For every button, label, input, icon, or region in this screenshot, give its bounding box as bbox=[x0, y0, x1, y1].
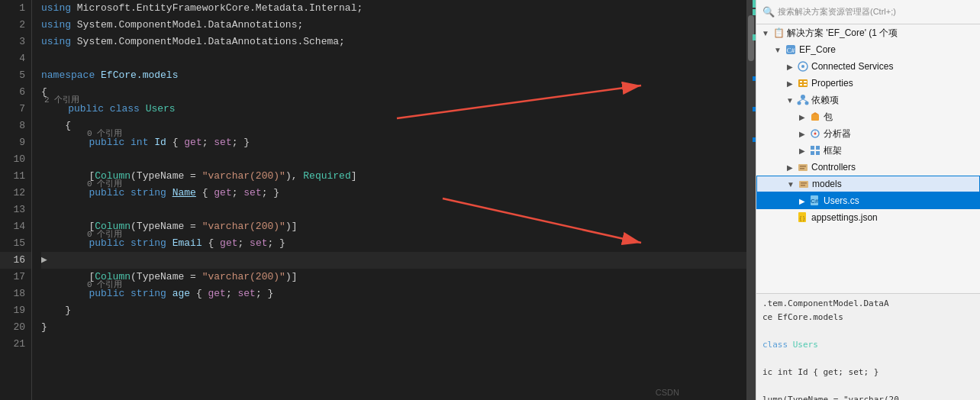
svg-point-13 bbox=[801, 95, 805, 99]
framework-icon bbox=[808, 144, 822, 156]
properties-label: Properties bbox=[810, 78, 853, 89]
tree-item-dependencies[interactable]: ▼ 依赖项 bbox=[756, 92, 980, 108]
svg-rect-30 bbox=[799, 181, 808, 188]
line-num-5: 5 bbox=[0, 67, 31, 84]
code-line-20: } bbox=[41, 319, 746, 336]
svg-point-14 bbox=[798, 102, 801, 105]
code-line-5: namespace EfCore.models bbox=[41, 67, 746, 84]
line-num-6: 6 bbox=[0, 84, 31, 101]
code-area: 1 2 3 4 5 6 7 8 9 10 11 12 13 14 15 16 1… bbox=[0, 0, 756, 400]
appsettings-label: appsettings.json bbox=[810, 212, 878, 223]
properties-icon bbox=[796, 77, 810, 89]
line-num-1: 1 bbox=[0, 0, 31, 17]
code-line-21 bbox=[41, 336, 746, 353]
svg-point-15 bbox=[805, 102, 809, 105]
project-icon: C# bbox=[784, 44, 798, 56]
code-line-6: { bbox=[41, 84, 746, 101]
tree-item-packages[interactable]: ▶ 包 bbox=[756, 108, 980, 125]
line-num-15: 15 bbox=[0, 235, 31, 252]
svg-text:C#: C# bbox=[787, 47, 795, 54]
tree-item-appsettings[interactable]: ▶ { } appsettings.json bbox=[756, 209, 980, 226]
line-num-12: 12 bbox=[0, 185, 31, 202]
tree-item-properties[interactable]: ▶ Properties bbox=[756, 75, 980, 92]
preview-line-2: ce EfCore.models bbox=[762, 311, 974, 324]
controllers-label: Controllers bbox=[810, 162, 856, 173]
models-icon bbox=[797, 178, 811, 190]
packages-expand-icon: ▶ bbox=[796, 111, 808, 123]
search-icon: 🔍 bbox=[762, 6, 775, 18]
line-num-20: 20 bbox=[0, 319, 31, 336]
project-efcore[interactable]: ▼ C# EF_Core bbox=[756, 41, 980, 58]
code-line-14: [Column(TypeName = "varchar(200)")] bbox=[41, 218, 746, 235]
svg-rect-10 bbox=[800, 84, 802, 85]
properties-expand-icon: ▶ bbox=[784, 77, 796, 89]
code-line-15: 0 个引用 public string Email { get; set; } bbox=[41, 235, 746, 252]
line-num-4: 4 bbox=[0, 50, 31, 67]
models-expand-icon: ▼ bbox=[785, 178, 797, 190]
svg-line-16 bbox=[799, 99, 803, 102]
connected-services-icon bbox=[796, 60, 810, 73]
preview-line-5 bbox=[762, 352, 974, 366]
line-num-10: 10 bbox=[0, 151, 31, 168]
solution-root[interactable]: ▼ 📋 解决方案 'EF_Core' (1 个项 bbox=[756, 24, 980, 41]
solution-tree: ▼ 📋 解决方案 'EF_Core' (1 个项 ▼ C# EF_Core ▶ … bbox=[756, 24, 980, 293]
svg-rect-23 bbox=[811, 146, 814, 150]
tree-item-models[interactable]: ▼ models bbox=[756, 176, 980, 192]
code-line-12: 0 个引用 public string Name { get; set; } bbox=[41, 185, 746, 202]
svg-rect-28 bbox=[800, 166, 806, 167]
line-num-17: 17 bbox=[0, 269, 31, 285]
connected-services-expand-icon: ▶ bbox=[784, 60, 796, 73]
code-line-3: using System.ComponentModel.DataAnnotati… bbox=[41, 34, 746, 50]
editor-panel: 1 2 3 4 5 6 7 8 9 10 11 12 13 14 15 16 1… bbox=[0, 0, 756, 400]
code-line-18: 0 个引用 public string age { get; set; } bbox=[41, 285, 746, 302]
appsettings-expand-icon: ▶ bbox=[784, 211, 796, 224]
code-line-16: ▶ bbox=[41, 252, 746, 269]
line-num-14: 14 bbox=[0, 218, 31, 235]
svg-text:C#: C# bbox=[811, 198, 819, 205]
appsettings-icon: { } bbox=[796, 211, 810, 224]
solution-explorer-panel: 🔍 搜索解决方案资源管理器(Ctrl+;) ▼ 📋 解决方案 'EF_Core'… bbox=[756, 0, 980, 400]
svg-rect-9 bbox=[800, 81, 802, 82]
svg-point-7 bbox=[801, 65, 804, 68]
code-line-9: 0 个引用 public int Id { get; set; } bbox=[41, 134, 746, 151]
solution-icon: 📋 bbox=[772, 27, 785, 39]
svg-rect-24 bbox=[816, 146, 820, 150]
code-line-19: } bbox=[41, 302, 746, 319]
analyzers-label: 分析器 bbox=[822, 127, 851, 140]
line-num-11: 11 bbox=[0, 168, 31, 185]
framework-expand-icon: ▶ bbox=[796, 144, 808, 156]
line-num-19: 19 bbox=[0, 302, 31, 319]
code-line-17: [Column(TypeName = "varchar(200)")] bbox=[41, 269, 746, 285]
tree-item-connected-services[interactable]: ▶ Connected Services bbox=[756, 58, 980, 75]
bottom-preview-panel: .tem.ComponentModel.DataA ce EfCore.mode… bbox=[756, 293, 980, 400]
line-num-13: 13 bbox=[0, 202, 31, 218]
solution-search-bar[interactable]: 🔍 搜索解决方案资源管理器(Ctrl+;) bbox=[756, 0, 980, 24]
line-numbers: 1 2 3 4 5 6 7 8 9 10 11 12 13 14 15 16 1… bbox=[0, 0, 32, 400]
controllers-expand-icon: ▶ bbox=[784, 161, 796, 173]
models-label: models bbox=[811, 179, 842, 189]
users-cs-icon: C# bbox=[808, 195, 822, 207]
preview-line-8: lumn(TypeName = "varchar(20 bbox=[762, 393, 974, 400]
tree-item-framework[interactable]: ▶ 框架 bbox=[756, 142, 980, 159]
code-editor-content[interactable]: using Microsoft.EntityFrameworkCore.Meta… bbox=[32, 0, 746, 400]
dependencies-icon bbox=[796, 94, 810, 106]
search-placeholder: 搜索解决方案资源管理器(Ctrl+;) bbox=[778, 6, 896, 18]
svg-rect-18 bbox=[811, 115, 819, 121]
code-line-8: { bbox=[41, 118, 746, 134]
tree-item-users-cs[interactable]: ▶ C# Users.cs bbox=[756, 192, 980, 209]
editor-scrollbar[interactable] bbox=[746, 0, 756, 400]
preview-line-3 bbox=[762, 324, 974, 338]
analyzers-expand-icon: ▶ bbox=[796, 127, 808, 140]
code-line-2: using System.ComponentModel.DataAnnotati… bbox=[41, 17, 746, 34]
svg-rect-12 bbox=[804, 84, 807, 85]
tree-item-analyzers[interactable]: ▶ i 分析器 bbox=[756, 125, 980, 142]
svg-rect-25 bbox=[811, 151, 814, 155]
tree-item-controllers[interactable]: ▶ Controllers bbox=[756, 159, 980, 176]
svg-line-17 bbox=[803, 99, 807, 102]
dependencies-label: 依赖项 bbox=[810, 94, 839, 107]
solution-label: 解决方案 'EF_Core' (1 个项 bbox=[785, 27, 898, 40]
users-cs-expand-icon: ▶ bbox=[796, 195, 808, 207]
framework-label: 框架 bbox=[822, 144, 842, 157]
line-num-18: 18 bbox=[0, 285, 31, 302]
line-num-21: 21 bbox=[0, 336, 31, 353]
